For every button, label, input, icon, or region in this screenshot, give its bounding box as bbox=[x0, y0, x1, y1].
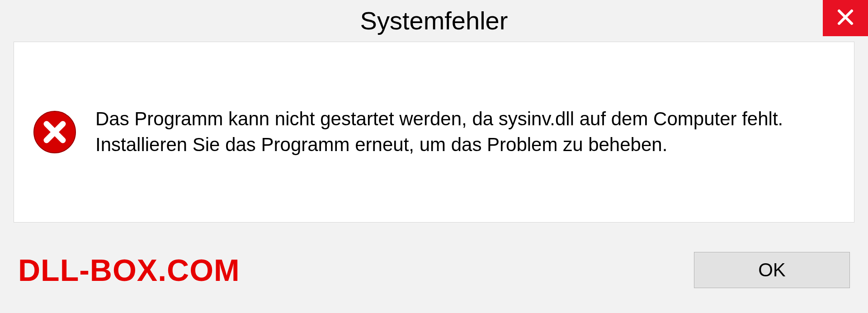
error-message: Das Programm kann nicht gestartet werden… bbox=[95, 106, 796, 157]
dialog-footer: DLL-BOX.COM OK bbox=[0, 236, 868, 313]
ok-button[interactable]: OK bbox=[694, 252, 850, 288]
error-icon bbox=[32, 109, 77, 155]
ok-button-label: OK bbox=[758, 259, 786, 281]
close-icon bbox=[836, 8, 854, 28]
close-button[interactable] bbox=[823, 0, 868, 36]
dialog-title: Systemfehler bbox=[360, 6, 508, 35]
dialog-content: Das Programm kann nicht gestartet werden… bbox=[14, 42, 854, 223]
watermark-text: DLL-BOX.COM bbox=[18, 252, 240, 288]
dialog-titlebar: Systemfehler bbox=[0, 0, 868, 41]
